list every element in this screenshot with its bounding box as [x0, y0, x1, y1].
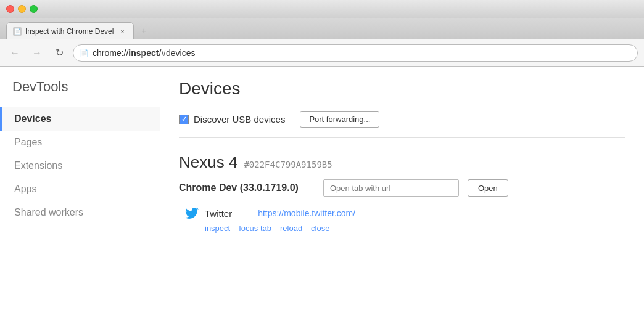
device-id: #022F4C799A9159B5 [244, 160, 332, 169]
sidebar-item-apps[interactable]: Apps [0, 177, 160, 201]
inspect-link[interactable]: inspect [205, 224, 230, 233]
device-section: Nexus 4 #022F4C799A9159B5 Chrome Dev (33… [179, 153, 625, 233]
title-bar [0, 0, 644, 18]
twitter-icon [185, 206, 199, 220]
minimize-button[interactable] [18, 5, 26, 13]
device-header: Nexus 4 #022F4C799A9159B5 [179, 153, 625, 172]
reload-button[interactable]: ↻ [51, 44, 68, 62]
tab-title: Inspect with Chrome Devel [25, 27, 114, 36]
sidebar-item-pages[interactable]: Pages [0, 131, 160, 154]
discover-label: Discover USB devices [194, 114, 285, 124]
maximize-button[interactable] [30, 5, 38, 13]
page-content: Devices ✓ Discover USB devices Port forw… [160, 67, 644, 334]
address-bar: ← → ↻ 📄 chrome://inspect/#devices [0, 39, 644, 67]
sidebar-item-extensions[interactable]: Extensions [0, 154, 160, 177]
tab-actions: inspect focus tab reload close [205, 224, 625, 233]
device-name: Nexus 4 [179, 153, 237, 172]
traffic-lights [6, 5, 38, 13]
active-tab[interactable]: 📄 Inspect with Chrome Devel × [6, 22, 134, 39]
port-forwarding-button[interactable]: Port forwarding... [300, 111, 379, 128]
new-tab-button[interactable]: + [135, 22, 152, 39]
browser-row: Chrome Dev (33.0.1719.0) Open [179, 179, 625, 197]
url-page-icon: 📄 [80, 49, 89, 57]
tab-entry: Twitter https://mobile.twitter.com/ insp… [185, 206, 625, 233]
sidebar-item-devices[interactable]: Devices [0, 107, 160, 131]
browser-name: Chrome Dev (33.0.1719.0) [179, 182, 315, 193]
url-display: chrome://inspect/#devices [93, 48, 196, 58]
sidebar: DevTools Devices Pages Extensions Apps S… [0, 67, 160, 334]
forward-button[interactable]: → [28, 44, 46, 62]
sidebar-item-shared-workers[interactable]: Shared workers [0, 201, 160, 224]
tab-favicon: 📄 [13, 27, 22, 36]
url-suffix: /#devices [159, 48, 195, 58]
main-content: DevTools Devices Pages Extensions Apps S… [0, 67, 644, 334]
close-button[interactable] [6, 5, 14, 13]
url-bold: inspect [128, 48, 159, 58]
open-tab-input[interactable] [323, 179, 459, 197]
discover-section: ✓ Discover USB devices Port forwarding..… [179, 111, 625, 138]
discover-usb-checkbox[interactable]: ✓ [179, 115, 189, 124]
tab-row: Twitter https://mobile.twitter.com/ [185, 206, 625, 220]
tab-bar: 📄 Inspect with Chrome Devel × + [0, 18, 644, 39]
discover-checkbox-wrapper: ✓ Discover USB devices [179, 114, 285, 124]
sidebar-title: DevTools [0, 79, 160, 107]
open-tab-button[interactable]: Open [468, 179, 508, 197]
page-title: Devices [179, 79, 625, 99]
focus-tab-link[interactable]: focus tab [239, 224, 271, 233]
back-button[interactable]: ← [6, 44, 23, 62]
url-bar[interactable]: 📄 chrome://inspect/#devices [73, 44, 638, 62]
tab-url[interactable]: https://mobile.twitter.com/ [258, 208, 355, 218]
close-link[interactable]: close [311, 224, 329, 233]
reload-link[interactable]: reload [280, 224, 302, 233]
tab-page-title: Twitter [205, 208, 232, 219]
checkmark-icon: ✓ [181, 115, 187, 123]
tab-close-button[interactable]: × [117, 26, 127, 36]
url-prefix: chrome:// [93, 48, 128, 58]
